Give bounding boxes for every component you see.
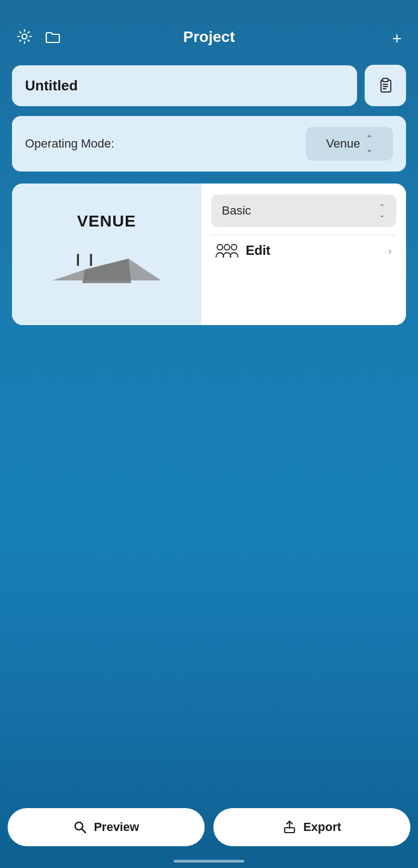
export-button[interactable]: Export [213, 808, 410, 846]
export-icon [282, 820, 297, 834]
operating-mode-row: Operating Mode: Venue ⌃⌄ [12, 116, 406, 172]
header-left-icons [16, 28, 61, 48]
mode-selector-value: Venue [326, 137, 360, 151]
svg-point-10 [224, 244, 230, 250]
title-row [12, 65, 406, 106]
svg-line-13 [82, 829, 86, 833]
header: Project + [0, 0, 418, 59]
project-title-input[interactable] [12, 65, 357, 106]
edit-chevron-right-icon: › [388, 244, 392, 257]
venue-stage-svg: ❙ ❙ [52, 237, 161, 297]
mode-selector[interactable]: Venue ⌃⌄ [306, 127, 393, 161]
main-content: Operating Mode: Venue ⌃⌄ VENUE ❙ ❙ [0, 59, 418, 331]
svg-text:❙ ❙: ❙ ❙ [73, 252, 96, 266]
chevron-updown-icon: ⌃⌄ [366, 133, 373, 154]
venue-card-right: Basic ⌃⌄ Edit › [201, 184, 406, 325]
venue-illustration: ❙ ❙ [25, 237, 188, 297]
venue-card: VENUE ❙ ❙ Basic ⌃⌄ [12, 184, 406, 325]
edit-label: Edit [246, 243, 381, 258]
clipboard-icon [376, 76, 395, 95]
clipboard-button[interactable] [365, 65, 406, 106]
page-title: Project [183, 28, 235, 46]
preset-chevron-icon: ⌃⌄ [379, 203, 385, 218]
edit-row[interactable]: Edit › [211, 235, 396, 266]
preview-button[interactable]: Preview [8, 808, 205, 846]
svg-point-9 [217, 244, 223, 250]
gear-icon[interactable] [16, 28, 33, 48]
bottom-bar: Preview Export [8, 808, 410, 846]
operating-mode-label: Operating Mode: [25, 137, 306, 151]
preset-selector-value: Basic [222, 204, 373, 218]
venue-card-title: VENUE [77, 212, 136, 230]
svg-rect-2 [383, 78, 388, 82]
svg-point-0 [22, 34, 27, 39]
folder-icon[interactable] [45, 28, 61, 48]
svg-point-11 [231, 244, 237, 250]
preset-selector[interactable]: Basic ⌃⌄ [211, 194, 396, 227]
preview-label: Preview [94, 820, 139, 834]
venue-card-left: VENUE ❙ ❙ [12, 184, 201, 325]
export-label: Export [303, 820, 341, 834]
people-icon [216, 243, 238, 258]
home-indicator [174, 860, 244, 863]
search-icon [73, 820, 87, 834]
add-button[interactable]: + [392, 30, 402, 47]
